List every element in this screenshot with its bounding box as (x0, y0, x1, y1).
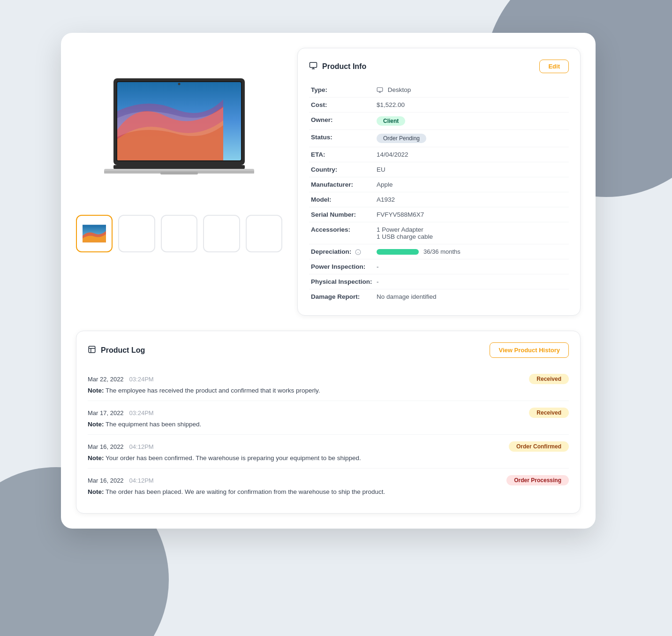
main-card: Product Info Edit Type: Desktop (61, 33, 596, 529)
owner-value: Client (375, 113, 569, 130)
log-entry-2-badge: Received (529, 408, 569, 418)
log-entry-4: Mar 16, 2022 04:12PM Order Processing No… (88, 469, 569, 502)
log-entry-2-time: 03:24PM (129, 409, 154, 416)
thumbnail-row (76, 215, 282, 252)
depreciation-row: Depreciation: 36/36 months (309, 244, 569, 259)
depreciation-text: 36/36 months (423, 248, 461, 255)
log-entry-3-badge: Order Confirmed (509, 441, 569, 452)
physical-inspection-label: Physical Inspection: (309, 274, 375, 289)
power-inspection-row: Power Inspection: - (309, 259, 569, 274)
physical-inspection-value: - (375, 274, 569, 289)
log-entry-3-note: Note: Your order has been confirmed. The… (88, 454, 569, 462)
manufacturer-value: Apple (375, 177, 569, 192)
serial-number-row: Serial Number: FVFYV588M6X7 (309, 207, 569, 222)
model-row: Model: A1932 (309, 192, 569, 207)
thumbnail-4[interactable] (203, 215, 240, 252)
accessories-label: Accessories: (309, 222, 375, 244)
accessories-row: Accessories: 1 Power Adapter 1 USB charg… (309, 222, 569, 244)
log-entry-3-header: Mar 16, 2022 04:12PM Order Confirmed (88, 441, 569, 452)
log-entry-4-datetime: Mar 16, 2022 04:12PM (88, 477, 154, 484)
status-row: Status: Order Pending (309, 130, 569, 147)
client-badge: Client (377, 116, 405, 126)
view-product-history-button[interactable]: View Product History (490, 342, 569, 358)
product-info-panel: Product Info Edit Type: Desktop (297, 48, 581, 316)
panel-header: Product Info Edit (309, 60, 569, 73)
log-entry-3-datetime: Mar 16, 2022 04:12PM (88, 443, 154, 450)
log-entry-2-header: Mar 17, 2022 03:24PM Received (88, 408, 569, 418)
thumbnail-5[interactable] (246, 215, 282, 252)
thumbnail-1[interactable] (76, 215, 113, 252)
eta-value: 14/04/2022 (375, 147, 569, 162)
log-entry-1-time: 03:24PM (129, 376, 154, 383)
product-image-area (76, 48, 282, 316)
svg-rect-13 (89, 346, 95, 353)
svg-rect-11 (377, 88, 383, 91)
product-log: Product Log View Product History Mar 22,… (76, 331, 581, 514)
cost-label: Cost: (309, 98, 375, 113)
damage-report-value: No damage identified (375, 289, 569, 304)
edit-button[interactable]: Edit (539, 60, 569, 73)
svg-rect-5 (113, 165, 245, 169)
physical-inspection-row: Physical Inspection: - (309, 274, 569, 289)
manufacturer-label: Manufacturer: (309, 177, 375, 192)
country-row: Country: EU (309, 162, 569, 177)
damage-report-label: Damage Report: (309, 289, 375, 304)
log-entry-1-datetime: Mar 22, 2022 03:24PM (88, 376, 154, 383)
depreciation-bar-container: 36/36 months (377, 248, 567, 255)
monitor-icon (309, 61, 317, 72)
type-value: Desktop (375, 83, 569, 98)
thumbnail-3[interactable] (161, 215, 197, 252)
status-value: Order Pending (375, 130, 569, 147)
svg-rect-10 (310, 62, 317, 68)
country-value: EU (375, 162, 569, 177)
top-section: Product Info Edit Type: Desktop (76, 48, 581, 316)
cost-row: Cost: $1,522.00 (309, 98, 569, 113)
power-inspection-label: Power Inspection: (309, 259, 375, 274)
depreciation-value: 36/36 months (375, 244, 569, 259)
cost-value: $1,522.00 (375, 98, 569, 113)
country-label: Country: (309, 162, 375, 177)
serial-number-value: FVFYV588M6X7 (375, 207, 569, 222)
log-entry-4-note: Note: The order has been placed. We are … (88, 488, 569, 495)
power-inspection-value: - (375, 259, 569, 274)
log-header: Product Log View Product History (88, 342, 569, 358)
log-entry-3-time: 04:12PM (129, 443, 154, 450)
log-entry-2: Mar 17, 2022 03:24PM Received Note: The … (88, 401, 569, 435)
log-entry-3-date: Mar 16, 2022 (88, 443, 124, 450)
depreciation-bar (377, 249, 419, 255)
eta-row: ETA: 14/04/2022 (309, 147, 569, 162)
info-table: Type: Desktop Cost: $1,522.00 (309, 83, 569, 304)
log-title: Product Log (88, 345, 145, 356)
model-value: A1932 (375, 192, 569, 207)
log-entry-3: Mar 16, 2022 04:12PM Order Confirmed Not… (88, 435, 569, 469)
log-entry-2-datetime: Mar 17, 2022 03:24PM (88, 409, 154, 416)
serial-number-label: Serial Number: (309, 207, 375, 222)
model-label: Model: (309, 192, 375, 207)
log-entry-1-header: Mar 22, 2022 03:24PM Received (88, 374, 569, 384)
damage-report-row: Damage Report: No damage identified (309, 289, 569, 304)
log-entry-4-header: Mar 16, 2022 04:12PM Order Processing (88, 475, 569, 485)
thumbnail-2[interactable] (118, 215, 155, 252)
info-icon (355, 248, 361, 255)
log-entry-2-date: Mar 17, 2022 (88, 409, 124, 416)
order-pending-badge: Order Pending (377, 134, 426, 143)
eta-label: ETA: (309, 147, 375, 162)
log-entry-4-time: 04:12PM (129, 477, 154, 484)
manufacturer-row: Manufacturer: Apple (309, 177, 569, 192)
log-icon (88, 345, 96, 356)
svg-rect-8 (160, 172, 198, 174)
type-row: Type: Desktop (309, 83, 569, 98)
log-entry-4-date: Mar 16, 2022 (88, 477, 124, 484)
log-entry-4-badge: Order Processing (506, 475, 569, 485)
accessories-value: 1 Power Adapter 1 USB charge cable (375, 222, 569, 244)
svg-point-4 (178, 83, 181, 85)
owner-label: Owner: (309, 113, 375, 130)
log-entry-1-note: Note: The employee has received the prod… (88, 387, 569, 394)
log-entry-1: Mar 22, 2022 03:24PM Received Note: The … (88, 367, 569, 401)
log-entry-1-date: Mar 22, 2022 (88, 376, 124, 383)
macbook-svg (99, 74, 259, 182)
product-main-image (76, 48, 282, 207)
log-entry-2-note: Note: The equipment has been shipped. (88, 421, 569, 428)
desktop-icon (377, 86, 385, 93)
depreciation-label: Depreciation: (309, 244, 375, 259)
